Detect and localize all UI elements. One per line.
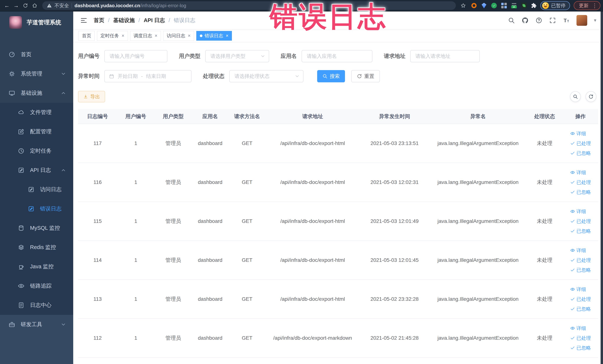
sidebar-item-redis[interactable]: Redis 监控 [0,238,73,257]
action-detail-link[interactable]: 详细 [570,247,586,254]
action-ignored-link[interactable]: 已忽略 [570,306,591,312]
status-select[interactable]: 请选择处理状态 [229,70,303,82]
font-size-icon[interactable]: TT [563,17,570,24]
kebab-menu-icon[interactable]: ⋮ [592,2,597,9]
breadcrumb-item[interactable]: 首页 [94,17,104,24]
action-processed-link[interactable]: 已处理 [570,140,591,147]
reset-button[interactable]: 重置 [351,70,380,82]
sidebar-item-label: 错误日志 [40,205,61,212]
filter-input-2[interactable] [302,50,372,62]
extension-shield-icon[interactable] [481,3,487,9]
sidebar-item-api-log[interactable]: API 日志 [0,161,73,180]
help-icon[interactable] [535,17,542,24]
action-ignored-link[interactable]: 已忽略 [570,150,591,156]
sidebar-item-infra[interactable]: 基础设施 [0,83,73,103]
action-processed-link[interactable]: 已处理 [570,335,591,341]
action-detail-link[interactable]: 详细 [570,325,586,331]
avatar[interactable] [577,15,587,26]
refresh-table-button[interactable] [586,91,596,102]
close-icon[interactable]: × [188,33,191,38]
action-processed-link[interactable]: 已处理 [570,179,591,186]
scrollbar[interactable] [601,12,603,364]
bookmark-star-icon[interactable] [459,1,467,10]
security-label[interactable]: 不安全 [55,2,69,9]
cell-url: /api/infra/db-doc/export-html [266,280,359,318]
sidebar-item-mysql[interactable]: MySQL 监控 [0,218,73,238]
tab-4[interactable]: 错误日志× [196,31,232,41]
action-detail-link[interactable]: 详细 [570,208,586,215]
sidebar-item-job[interactable]: 定时任务 [0,141,73,161]
action-processed-link[interactable]: 已处理 [570,218,591,224]
sidebar-item-config[interactable]: 配置管理 [0,122,73,141]
filter-input-0[interactable] [104,50,167,62]
close-icon[interactable]: × [122,33,124,38]
action-ignored-link[interactable]: 已忽略 [570,345,591,351]
sidebar-item-home[interactable]: 首页 [0,45,73,64]
breadcrumb-separator: / [108,17,110,23]
paused-badge[interactable]: 已暂停 [540,1,570,10]
cell-user_type: 管理员 [154,163,192,202]
sidebar-item-java[interactable]: Java 监控 [0,257,73,276]
tab-1[interactable]: 定时任务× [97,31,128,41]
check-icon [570,219,575,224]
action-ignored-link[interactable]: 已忽略 [570,189,591,195]
logo[interactable]: 芋道管理系统 [0,12,73,33]
github-icon[interactable] [522,17,529,24]
action-detail-link[interactable]: 详细 [570,169,586,176]
caret-down-icon[interactable]: ▾ [594,17,596,23]
close-icon[interactable]: × [226,33,229,38]
extension-leaf-icon[interactable] [521,3,527,9]
search-button[interactable]: 搜索 [317,70,345,82]
close-icon[interactable]: × [155,33,158,38]
tab-2[interactable]: 调度日志× [130,31,161,41]
tab-3[interactable]: 访问日志× [163,31,194,41]
cell-time: 2021-05-03 12:02:31 [359,163,430,202]
extensions-puzzle-icon[interactable] [531,3,537,8]
action-ignored-link[interactable]: 已忽略 [570,267,591,273]
tab-bar: 首页定时任务×调度日志×访问日志×错误日志× [73,29,603,42]
search-icon[interactable] [508,17,515,24]
extension-grid-icon[interactable] [501,3,507,9]
action-processed-link[interactable]: 已处理 [570,257,591,263]
toggle-search-button[interactable] [570,91,581,102]
address-bar[interactable]: 不安全 dashboard.yudao.iocoder.cn/infra/log… [42,1,456,10]
gear-icon [9,70,15,77]
sidebar-item-dev-tools[interactable]: 研发工具 [0,315,73,334]
action-detail-link[interactable]: 详细 [570,286,586,293]
extension-on-badge-icon[interactable]: on [511,3,517,9]
extension-orange-icon[interactable] [471,3,477,9]
sidebar-item-log-center[interactable]: 日志中心 [0,295,73,315]
reload-button[interactable] [21,1,30,10]
briefcase-icon [9,321,15,328]
action-detail-link[interactable]: 详细 [570,130,586,137]
tab-label: 调度日志 [134,33,152,39]
action-processed-link[interactable]: 已处理 [570,296,591,303]
cell-time: 2021-05-02 21:45:28 [359,318,430,357]
sidebar-item-system[interactable]: 系统管理 [0,64,73,83]
sidebar-item-trace[interactable]: 链路追踪 [0,276,73,295]
action-label: 已忽略 [577,228,591,234]
breadcrumb-item[interactable]: 基础设施 [113,17,135,24]
action-ignored-link[interactable]: 已忽略 [570,228,591,234]
breadcrumb-item[interactable]: API 日志 [144,17,165,24]
fullscreen-icon[interactable] [549,17,556,24]
tab-0[interactable]: 首页 [78,31,95,41]
export-button[interactable]: 导出 [78,91,105,102]
action-label: 已忽略 [577,306,591,312]
sidebar-item-access-log[interactable]: 访问日志 [0,180,73,199]
forward-button[interactable]: → [12,1,20,10]
update-button[interactable]: 更新 ⋮ [574,1,600,10]
cell-id: 114 [78,241,117,280]
tab-label: 访问日志 [167,33,185,39]
date-range-picker[interactable]: 开始日期 - 结束日期 [104,70,191,82]
filter-select-1[interactable]: 请选择用户类型 [205,50,269,62]
error-log-table: 日志编号用户编号用户类型应用名请求方法名请求地址异常发生时间异常名处理状态操作 … [78,109,598,358]
back-button[interactable]: ← [3,1,11,10]
home-button[interactable] [30,1,39,10]
filter-input-3[interactable] [410,50,480,62]
sidebar-item-file[interactable]: 文件管理 [0,103,73,122]
cell-exception: java.lang.IllegalArgumentException [430,124,526,163]
hamburger-icon[interactable] [80,16,88,24]
sidebar-item-error-log[interactable]: 错误日志 [0,199,73,218]
extension-green-icon[interactable] [491,3,497,9]
